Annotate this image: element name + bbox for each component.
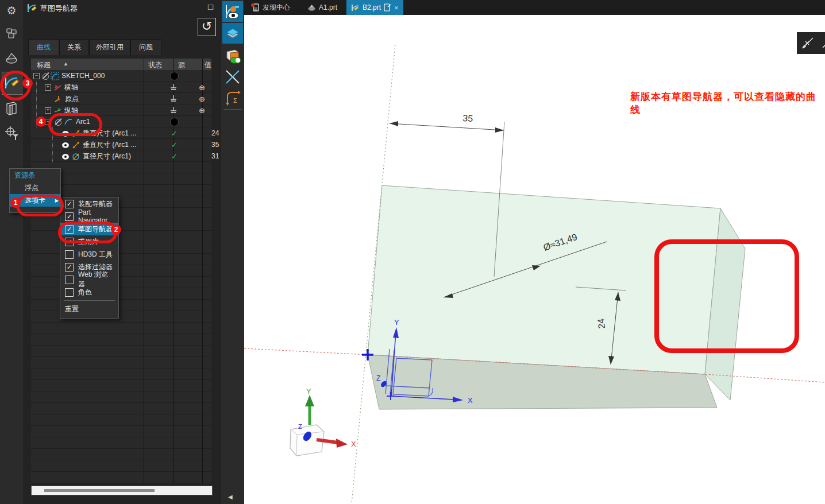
status-grounded-icon	[169, 106, 178, 115]
menu-item-reset[interactable]: 重置	[60, 303, 118, 315]
horizontal-scrollbar[interactable]	[31, 486, 213, 495]
sketch-y-axis-label: Y	[394, 318, 399, 327]
height-dimension-text[interactable]: 24	[596, 318, 607, 329]
menu-item-float[interactable]: 浮点	[10, 181, 60, 194]
checkbox[interactable]: ✓	[65, 263, 74, 272]
menu-item-label: 角色	[78, 288, 92, 297]
tree-row-sketch000[interactable]: − SKETCH_000	[31, 70, 211, 82]
checkbox[interactable]	[65, 250, 74, 259]
close-tab-icon[interactable]: ×	[394, 3, 399, 12]
layer-settings-button[interactable]	[222, 23, 243, 44]
expand-icon[interactable]: +	[45, 84, 51, 91]
tree-header: 标题 ▲ 状态 源 值	[31, 59, 211, 70]
sketch-file-icon	[351, 3, 360, 12]
tree-row-origin[interactable]: 原点 ⊕	[31, 93, 211, 104]
value-cell: 35	[211, 141, 219, 149]
tab-label: B2.prt	[363, 3, 381, 11]
status-ok-icon: ✓	[171, 141, 178, 149]
dim-arrow	[390, 121, 398, 126]
status-hidden-icon	[170, 118, 179, 126]
tabs-submenu: ✓ 装配导航器 ✓ Part Navigator ✓ 草图导航器 ✓ 重用库 H…	[60, 197, 119, 319]
show-hide-toggle-button[interactable]	[222, 46, 243, 67]
tree-row-haxis[interactable]: + 横轴 ⊕	[31, 82, 211, 93]
settings-gear-icon[interactable]: ⚙	[2, 1, 21, 20]
sketch-constraints-toolbar: ▾	[797, 32, 825, 54]
value-cell: 24	[211, 129, 219, 137]
document-tab-bar: 发现中心 A1.prt B2.prt ×	[244, 0, 825, 15]
callout-badge-3: 3	[22, 78, 33, 88]
width-dimension-text[interactable]: 35	[462, 113, 473, 123]
tab-curves[interactable]: 曲线	[28, 39, 59, 55]
source-icon: ⊕	[199, 106, 205, 115]
tab-discovery-center[interactable]: 发现中心	[246, 0, 295, 15]
node-label: 直径尺寸 (Arc1)	[83, 152, 131, 161]
node-label: 原点	[65, 94, 79, 104]
collapse-strip-arrow[interactable]: ◀	[228, 494, 233, 500]
menu-item-label: HD3D 工具	[78, 250, 113, 259]
sigma-curve-icon[interactable]: Σ	[222, 87, 243, 108]
assembly-navigator-icon[interactable]	[2, 24, 21, 42]
crossing-curves-icon[interactable]	[222, 67, 243, 87]
tab-external-refs[interactable]: 外部引用	[89, 39, 130, 55]
sort-asc-icon[interactable]: ▲	[63, 61, 68, 67]
show-sketch-button[interactable]	[222, 1, 243, 22]
tree-row-vdim2[interactable]: 垂直尺寸 (Arc1 ... ✓ 35	[31, 139, 211, 150]
eye-icon[interactable]	[62, 141, 70, 149]
point-on-curve-icon[interactable]	[799, 34, 816, 52]
menu-item-hd3d-tools[interactable]: HD3D 工具	[60, 248, 118, 261]
node-label: 横轴	[64, 83, 78, 92]
column-status[interactable]: 状态	[148, 60, 162, 70]
refresh-button[interactable]: ↺	[198, 18, 216, 36]
node-label: 垂直尺寸 (Arc1 ...	[83, 140, 136, 150]
svg-text:Σ: Σ	[233, 97, 237, 104]
menu-item-web-browser[interactable]: Web 浏览器	[60, 273, 118, 286]
part-file-icon	[307, 3, 316, 12]
triad-x-label: X	[351, 440, 356, 448]
panel-title: 草图导航器	[40, 3, 78, 14]
tab-b2-prt[interactable]: B2.prt ×	[346, 0, 403, 15]
callout-ring-sketch-navigator-item	[58, 222, 117, 243]
menu-item-part-navigator[interactable]: ✓ Part Navigator	[60, 210, 118, 223]
callout-badge-1: 1	[10, 197, 21, 208]
checkbox[interactable]: ✓	[65, 200, 74, 208]
annotation-rectangle	[654, 239, 799, 353]
checkbox[interactable]	[65, 276, 74, 284]
expand-icon[interactable]: +	[45, 107, 51, 114]
tab-a1-prt[interactable]: A1.prt	[303, 0, 342, 15]
graphics-window[interactable]: 35 Ø≈31,49 24 Y X	[244, 15, 825, 504]
tab-relations[interactable]: 关系	[59, 39, 89, 55]
sketch-x-axis-label: X	[468, 396, 473, 405]
status-ok-icon: ✓	[171, 129, 178, 138]
callout-ring-arc1	[48, 113, 102, 136]
horizontal-axis-icon	[53, 83, 62, 92]
sketch-navigator-panel-icon	[26, 2, 38, 14]
triad-z-label: Z	[298, 423, 302, 430]
status-grounded-icon	[169, 94, 178, 103]
column-title[interactable]: 标题	[37, 60, 51, 70]
float-panel-button[interactable]: □	[208, 2, 213, 11]
tab-issues[interactable]: 问题	[130, 39, 161, 55]
tree-row-diadim[interactable]: 直径尺寸 (Arc1) ✓ 31	[31, 150, 211, 162]
checkbox[interactable]	[65, 288, 74, 297]
menu-item-label: 装配导航器	[78, 199, 113, 209]
eye-icon[interactable]	[62, 153, 70, 160]
column-source[interactable]: 源	[178, 60, 185, 70]
selection-filter-icon[interactable]	[2, 124, 21, 142]
collapse-icon[interactable]: −	[33, 73, 40, 79]
menu-divider	[64, 300, 115, 301]
triad-y-label: Y	[306, 387, 311, 396]
source-icon: ⊕	[199, 83, 205, 92]
dim-arrow	[495, 127, 504, 133]
part-navigator-icon[interactable]	[2, 49, 21, 68]
hidden-eye-icon[interactable]	[42, 72, 49, 80]
reuse-library-icon[interactable]	[2, 99, 21, 117]
origin-point-icon	[54, 95, 63, 103]
status-ok-icon: ✓	[171, 152, 178, 161]
tab-label: 发现中心	[263, 3, 290, 13]
callout-badge-4: 4	[36, 117, 46, 127]
column-value[interactable]: 值	[205, 60, 211, 70]
menu-item-label: Web 浏览器	[78, 270, 114, 289]
collinear-icon[interactable]	[819, 34, 825, 52]
checkbox[interactable]: ✓	[65, 212, 74, 221]
scrollbar-thumb[interactable]	[44, 489, 155, 492]
